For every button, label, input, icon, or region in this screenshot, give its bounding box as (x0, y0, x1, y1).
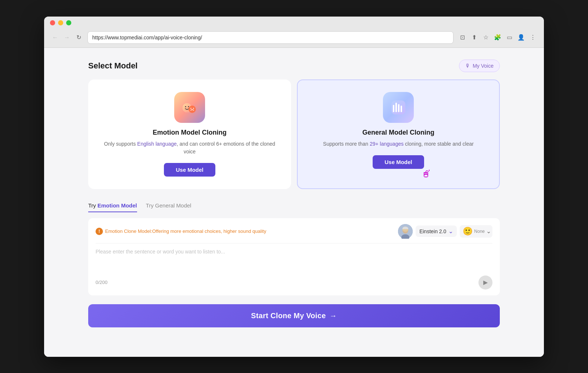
general-lang-highlight: 29+ languages (370, 141, 404, 147)
browser-chrome: ← → ↻ https://www.topmediai.com/app/ai-v… (44, 17, 544, 48)
browser-window: ← → ↻ https://www.topmediai.com/app/ai-v… (44, 17, 544, 357)
nav-buttons: ← → ↻ (50, 32, 84, 43)
svg-rect-11 (401, 106, 402, 112)
my-voice-button[interactable]: 🎙 My Voice (459, 60, 500, 72)
play-icon: ▶ (483, 279, 488, 286)
voice-dropdown-chevron: ⌄ (448, 228, 453, 235)
tab-general-label: Try General Model (146, 202, 191, 209)
star-icon[interactable]: ☆ (481, 32, 491, 43)
emotion-emoji: 🙂 (463, 227, 473, 236)
emotion-selector[interactable]: 🙂 None ⌄ (460, 225, 492, 238)
page-content: Select Model 🎙 My Voice (44, 48, 544, 357)
emotion-use-model-button[interactable]: Use Model (164, 163, 215, 177)
bookmarks-icon[interactable]: ⊡ (457, 32, 467, 43)
voice-selector: Einstein 2.0 ⌄ 🙂 None ⌄ (398, 224, 492, 239)
svg-rect-10 (398, 104, 399, 112)
forward-button[interactable]: → (62, 32, 72, 43)
tab-emotion-model[interactable]: Try Emotion Model (88, 199, 137, 212)
cursor-icon: 🖱 (421, 168, 431, 180)
voice-name: Einstein 2.0 (419, 228, 446, 234)
emotion-card-title: Emotion Model Cloning (153, 129, 227, 136)
char-count: 0/200 (96, 280, 108, 285)
avatar (398, 224, 413, 239)
back-button[interactable]: ← (50, 32, 60, 43)
general-card-title: General Model Cloning (362, 129, 434, 136)
svg-point-5 (190, 108, 191, 109)
svg-point-3 (188, 106, 189, 107)
general-use-model-button[interactable]: Use Model (373, 155, 424, 169)
model-cards-container: Emotion Model Cloning Only supports Engl… (88, 79, 500, 189)
svg-rect-9 (395, 103, 397, 112)
general-card-desc: Supports more than 29+ languages cloning… (323, 140, 474, 148)
tab-emotion-highlight: Emotion Model (97, 202, 137, 209)
address-bar[interactable]: https://www.topmediai.com/app/ai-voice-c… (87, 31, 453, 44)
menu-icon[interactable]: ⋮ (528, 32, 538, 43)
tabs-row: Try Emotion Model Try General Model (88, 199, 500, 212)
general-model-card: General Model Cloning Supports more than… (297, 79, 500, 189)
sidebar-icon[interactable]: ▭ (504, 32, 514, 43)
page-title: Select Model (88, 61, 137, 71)
emotion-model-icon (174, 92, 205, 123)
my-voice-label: My Voice (473, 63, 494, 69)
my-voice-icon: 🎙 (465, 63, 470, 69)
svg-point-6 (193, 108, 194, 109)
toolbar-right: ⊡ ⬆ ☆ 🧩 ▭ 👤 ⋮ (457, 32, 538, 43)
textarea-footer: 0/200 ▶ (96, 276, 492, 289)
extensions-icon[interactable]: 🧩 (492, 32, 503, 43)
general-model-icon (383, 92, 414, 123)
emotion-model-card: Emotion Model Cloning Only supports Engl… (88, 79, 291, 189)
url-text: https://www.topmediai.com/app/ai-voice-c… (92, 35, 202, 40)
share-icon[interactable]: ⬆ (469, 32, 479, 43)
browser-toolbar: ← → ↻ https://www.topmediai.com/app/ai-v… (50, 29, 538, 47)
emotion-chevron: ⌄ (486, 228, 491, 235)
svg-point-2 (185, 106, 186, 107)
svg-point-4 (189, 106, 196, 113)
tab-try-prefix: Try (88, 202, 97, 209)
use-model-btn-wrapper: Use Model 🖱 (373, 155, 424, 169)
maximize-icon[interactable] (66, 20, 71, 25)
play-button[interactable]: ▶ (478, 276, 492, 289)
profile-icon[interactable]: 👤 (516, 32, 526, 43)
minimize-icon[interactable] (58, 20, 63, 25)
text-input-area: 0/200 ▶ (96, 243, 492, 289)
emotion-lang-highlight: English language (137, 141, 176, 147)
text-input[interactable] (96, 248, 492, 271)
info-icon: ! (96, 228, 103, 235)
try-panel: ! Emotion Clone Model:Offering more emot… (88, 218, 500, 295)
start-clone-arrow: → (330, 312, 337, 320)
svg-rect-8 (393, 105, 394, 112)
voice-dropdown[interactable]: Einstein 2.0 ⌄ (416, 225, 457, 237)
info-badge: ! Emotion Clone Model:Offering more emot… (96, 228, 266, 235)
reload-button[interactable]: ↻ (74, 32, 84, 43)
traffic-lights (50, 20, 538, 29)
header-row: Select Model 🎙 My Voice (88, 60, 500, 72)
emotion-card-desc: Only supports English language, and can … (98, 140, 282, 156)
tab-general-model[interactable]: Try General Model (146, 199, 191, 212)
emotion-label: None (474, 229, 485, 234)
try-panel-header: ! Emotion Clone Model:Offering more emot… (96, 224, 492, 239)
start-clone-label: Start Clone My Voice (251, 312, 326, 320)
start-clone-button[interactable]: Start Clone My Voice → (88, 304, 500, 327)
close-icon[interactable] (50, 20, 55, 25)
info-text: Emotion Clone Model:Offering more emotio… (105, 228, 266, 234)
